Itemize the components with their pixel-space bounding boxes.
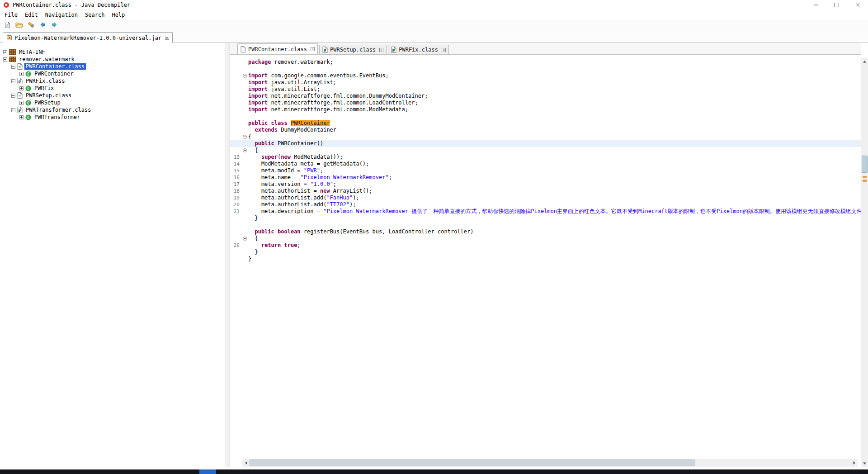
class-file-icon [241,46,246,52]
tree-node-pwrtransformer-class[interactable]: PWRTransformer.class [0,106,226,114]
close-tab-icon[interactable] [165,36,169,40]
collapse-icon[interactable] [11,65,15,69]
class-file-icon [391,47,396,53]
line-number: 15 [230,167,241,174]
pane-splitter[interactable] [226,43,230,467]
tree-label: PWRSetup [33,100,62,106]
menu-item-edit[interactable]: Edit [21,11,42,19]
minimize-button[interactable] [806,0,826,10]
line-number: 17 [230,181,241,188]
code-line: } [230,215,861,222]
menu-item-help[interactable]: Help [108,11,128,19]
line-number [230,147,241,154]
line-number [230,127,241,133]
close-button[interactable] [847,0,868,10]
line-number: 13 [230,154,241,161]
forward-button[interactable] [50,20,59,29]
tree-node-pwrfix-class[interactable]: PWRFix.class [0,77,226,85]
search-result-marker [863,176,867,178]
back-button[interactable] [38,20,47,29]
fold-column [241,167,248,174]
tree-node-pwrsetup-class[interactable]: PWRSetup.class [0,92,226,99]
search-button[interactable] [26,20,36,29]
expand-icon[interactable] [19,115,24,119]
code-text [248,66,861,72]
tree-node-pwrtransformer[interactable]: CPWRTransformer [0,114,226,121]
tree-node-pwrcontainer-class[interactable]: PWRContainer.class [0,63,226,70]
fold-column [241,79,248,86]
fold-toggle-icon[interactable] [241,147,248,154]
tree-node-pwrsetup[interactable]: CPWRSetup [0,99,226,106]
close-tab-icon[interactable] [442,48,446,52]
tree-pane: META-INFremover.watermarkPWRContainer.cl… [0,43,226,467]
vertical-scroll-thumb[interactable] [862,156,868,173]
close-tab-icon[interactable] [311,47,315,51]
collapse-icon[interactable] [3,57,7,62]
collapse-icon[interactable] [11,108,15,112]
fold-column [241,249,248,256]
code-line: public boolean registerBus(EventBus bus,… [230,228,861,235]
horizontal-scrollbar[interactable] [242,459,858,467]
collapse-icon[interactable] [11,94,15,98]
horizontal-scroll-thumb[interactable] [250,460,695,466]
expand-icon[interactable] [19,101,24,105]
code-pane: PWRContainer.classPWRSetup.classPWRFix.c… [230,43,861,467]
code-text: { [248,133,861,140]
fold-toggle-icon[interactable] [241,133,248,140]
scroll-down-icon[interactable] [861,460,868,467]
code-line: 13 super(new ModMetadata()); [230,154,861,161]
tree-node-pwrfix[interactable]: CPWRFix [0,85,226,92]
scroll-up-icon[interactable] [861,58,868,65]
jar-tab-strip: Pixelmon-WatermarkRemover-1.0.0-universa… [0,30,868,43]
toolbar [0,19,868,30]
fold-column [241,256,248,262]
svg-text:C: C [27,101,29,105]
tree-label: remover.watermark [18,56,76,62]
scroll-right-icon[interactable] [850,459,858,467]
editor-tab-pwrcontainer-class[interactable]: PWRContainer.class [237,43,318,54]
classfile-icon [17,107,23,113]
fold-toggle-icon[interactable] [241,72,248,79]
taskbar-active-app[interactable] [199,469,216,474]
collapse-icon[interactable] [11,79,15,83]
tree-node-pwrcontainer[interactable]: CPWRContainer [0,70,226,77]
code-line: public class PWRContainer [230,120,861,127]
line-number [230,86,241,93]
code-line: 15 meta.modId = "PWR"; [230,167,861,174]
editor-tab-pwrfix-class[interactable]: PWRFix.class [388,45,449,54]
tree-node-remover-watermark[interactable]: remover.watermark [0,56,226,63]
line-number [230,256,241,262]
jar-tab-label: Pixelmon-WatermarkRemover-1.0.0-universa… [14,35,161,41]
vertical-scrollbar[interactable] [861,58,868,467]
code-text: import java.util.List; [248,86,861,93]
fold-column [241,222,248,228]
menu-item-navigation[interactable]: Navigation [42,11,81,19]
expand-icon[interactable] [19,72,24,76]
svg-text:C: C [27,115,29,119]
open-file-button[interactable] [3,20,12,29]
editor-tab-pwrsetup-class[interactable]: PWRSetup.class [319,45,387,54]
tree-node-meta-inf[interactable]: META-INF [0,48,226,56]
expand-icon[interactable] [3,50,7,54]
code-text: import net.minecraftforge.fml.common.Loa… [248,100,861,106]
fold-column [241,242,248,249]
line-number [230,93,241,100]
line-number [230,140,241,147]
code-text: meta.description = "Pixelmon WatermarkRe… [248,208,861,215]
code-line: { [230,147,861,154]
close-tab-icon[interactable] [379,48,383,52]
open-folder-button[interactable] [14,20,24,29]
tree-label: PWRFix [33,85,55,91]
package-icon [9,57,16,62]
tree-label: PWRFix.class [24,78,66,84]
menu-item-search[interactable]: Search [81,11,108,19]
jar-tab[interactable]: Pixelmon-WatermarkRemover-1.0.0-universa… [3,32,173,43]
code-text: public boolean registerBus(EventBus bus,… [248,228,861,235]
fold-toggle-icon[interactable] [241,235,248,242]
maximize-button[interactable] [826,0,847,10]
code-text: } [248,249,861,256]
scroll-left-icon[interactable] [242,459,250,467]
taskbar [0,469,868,474]
menu-item-file[interactable]: File [1,11,21,19]
expand-icon[interactable] [19,86,24,90]
